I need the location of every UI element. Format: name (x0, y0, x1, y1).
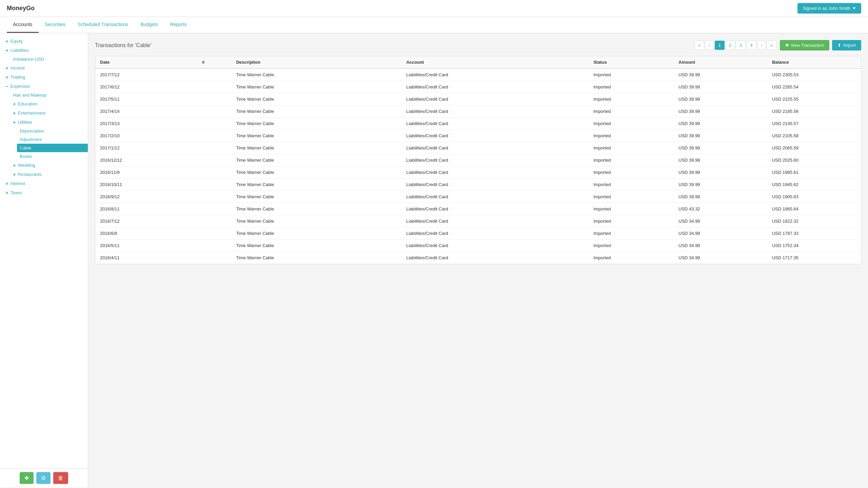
expand-liabilities-icon[interactable]: + (5, 47, 8, 53)
cell-status: Imported (589, 240, 674, 252)
sidebar-item-label: Expenses (11, 84, 30, 89)
cell-date: 2016/4/11 (95, 252, 197, 264)
new-transaction-button[interactable]: ✚ New Transaction (780, 40, 829, 50)
table-row[interactable]: 2017/1/12Time Warner CableLiabilities/Cr… (95, 142, 861, 154)
expand-income-icon[interactable]: + (5, 65, 8, 71)
cell-account: Liabilities/Credit Card (401, 142, 589, 154)
cell-num (197, 215, 231, 227)
cell-balance: USD 1752.34 (767, 240, 861, 252)
cell-num (197, 118, 231, 130)
expand-interest-icon[interactable]: + (5, 181, 8, 186)
pagination-page-4[interactable]: 4 (747, 41, 756, 50)
cell-account: Liabilities/Credit Card (401, 154, 589, 166)
main-content: Transactions for 'Cable' « ‹ 1 2 3 4 › »… (88, 33, 868, 487)
cell-balance: USD 2305.53 (767, 68, 861, 81)
tab-accounts[interactable]: Accounts (7, 17, 39, 33)
cell-status: Imported (589, 81, 674, 93)
tab-securities[interactable]: Securities (39, 17, 72, 33)
expand-utilities-icon[interactable]: + (13, 119, 16, 125)
sidebar-item-entertainment[interactable]: + Entertainment (10, 108, 88, 118)
sidebar-item-label: Books (20, 154, 32, 159)
tab-reports[interactable]: Reports (164, 17, 193, 33)
table-row[interactable]: 2016/10/11Time Warner CableLiabilities/C… (95, 179, 861, 191)
table-row[interactable]: 2016/5/11Time Warner CableLiabilities/Cr… (95, 240, 861, 252)
user-menu-button[interactable]: Signed in as John Smith (797, 3, 861, 14)
main-layout: + Equity + Liabilities Imbalance-USD + I… (0, 33, 868, 487)
tab-scheduled-transactions[interactable]: Scheduled Transactions (72, 17, 134, 33)
main-tabs: Accounts Securities Scheduled Transactio… (0, 17, 868, 33)
expand-trading-icon[interactable]: + (5, 74, 8, 80)
table-row[interactable]: 2017/6/12Time Warner CableLiabilities/Cr… (95, 81, 861, 93)
sidebar-item-label: Education (18, 101, 38, 106)
expand-equity-icon[interactable]: + (5, 38, 8, 44)
table-row[interactable]: 2016/8/11Time Warner CableLiabilities/Cr… (95, 203, 861, 215)
sidebar-item-liabilities[interactable]: + Liabilities (0, 46, 88, 55)
cell-balance: USD 2265.54 (767, 81, 861, 93)
table-row[interactable]: 2017/4/14Time Warner CableLiabilities/Cr… (95, 105, 861, 118)
table-row[interactable]: 2017/2/10Time Warner CableLiabilities/Cr… (95, 130, 861, 142)
pagination-next[interactable]: › (757, 41, 766, 50)
sidebar-item-utilities[interactable]: + Utilities (10, 118, 88, 127)
pagination-prev[interactable]: ‹ (705, 41, 714, 50)
pagination-page-2[interactable]: 2 (725, 41, 735, 50)
sidebar-item-label: Entertainment (18, 110, 45, 116)
table-row[interactable]: 2016/11/9Time Warner CableLiabilities/Cr… (95, 166, 861, 179)
table-row[interactable]: 2016/9/12Time Warner CableLiabilities/Cr… (95, 191, 861, 203)
cell-amount: USD 39.99 (674, 118, 767, 130)
sidebar-item-adjustment[interactable]: Adjustment (17, 135, 88, 144)
sidebar-item-interest[interactable]: + Interest (0, 179, 88, 188)
sidebar-item-label: Restaurants (18, 172, 42, 177)
pagination-last[interactable]: » (767, 41, 776, 50)
table-row[interactable]: 2017/3/13Time Warner CableLiabilities/Cr… (95, 118, 861, 130)
sidebar-item-books[interactable]: Books (17, 152, 88, 161)
cell-amount: USD 34.99 (674, 240, 767, 252)
sidebar-item-wedding[interactable]: + Wedding (10, 161, 88, 170)
table-row[interactable]: 2017/7/12Time Warner CableLiabilities/Cr… (95, 68, 861, 81)
sidebar-item-equity[interactable]: + Equity (0, 37, 88, 46)
sidebar-item-hair-makeup[interactable]: Hair and Makeup (10, 91, 88, 99)
table-row[interactable]: 2016/12/12Time Warner CableLiabilities/C… (95, 154, 861, 166)
expand-education-icon[interactable]: + (13, 101, 16, 107)
tab-budgets[interactable]: Budgets (135, 17, 164, 33)
sidebar-item-trading[interactable]: + Trading (0, 73, 88, 82)
cell-balance: USD 2185.56 (767, 105, 861, 118)
col-header-date: Date (95, 56, 197, 68)
pagination-page-1[interactable]: 1 (715, 41, 725, 50)
sidebar-item-cable[interactable]: Cable (17, 144, 88, 152)
table-row[interactable]: 2016/7/12Time Warner CableLiabilities/Cr… (95, 215, 861, 227)
import-button[interactable]: ⬆ Import (832, 40, 861, 50)
sidebar-item-imbalance[interactable]: Imbalance-USD (10, 55, 88, 63)
expand-wedding-icon[interactable]: + (13, 162, 16, 168)
sidebar-item-label: Depreciation (20, 128, 44, 134)
sidebar-item-expenses[interactable]: − Expenses (0, 82, 88, 91)
sidebar-item-depreciation[interactable]: Depreciation (17, 127, 88, 135)
sidebar-item-label: Adjustment (20, 137, 42, 142)
cell-date: 2016/11/9 (95, 166, 197, 179)
cell-desc: Time Warner Cable (231, 179, 401, 191)
sidebar-item-restaurants[interactable]: + Restaurants (10, 170, 88, 179)
cell-amount: USD 34.99 (674, 227, 767, 240)
plus-icon: ✚ (785, 43, 789, 48)
transactions-table-wrapper: Date # Description Account Status Amount… (95, 56, 861, 264)
sidebar-item-education[interactable]: + Education (10, 99, 88, 108)
collapse-expenses-icon[interactable]: − (5, 83, 8, 89)
add-account-button[interactable]: ✚ (20, 472, 34, 484)
table-row[interactable]: 2017/5/11Time Warner CableLiabilities/Cr… (95, 93, 861, 105)
cell-desc: Time Warner Cable (231, 118, 401, 130)
cell-account: Liabilities/Credit Card (401, 105, 589, 118)
expand-taxes-icon[interactable]: + (5, 190, 8, 196)
delete-account-button[interactable]: 🗑 (53, 472, 68, 484)
table-row[interactable]: 2016/4/11Time Warner CableLiabilities/Cr… (95, 252, 861, 264)
expand-restaurants-icon[interactable]: + (13, 171, 16, 177)
table-header-row: Date # Description Account Status Amount… (95, 56, 861, 68)
table-row[interactable]: 2016/6/9Time Warner CableLiabilities/Cre… (95, 227, 861, 240)
pagination-page-3[interactable]: 3 (736, 41, 746, 50)
sidebar-item-taxes[interactable]: + Taxes (0, 188, 88, 197)
cell-amount: USD 39.99 (674, 81, 767, 93)
sidebar-item-income[interactable]: + Income (0, 63, 88, 73)
pagination-first[interactable]: « (694, 41, 704, 50)
cell-desc: Time Warner Cable (231, 191, 401, 203)
expand-entertainment-icon[interactable]: + (13, 110, 16, 116)
cell-num (197, 191, 231, 203)
settings-button[interactable]: ⚙ (36, 472, 51, 484)
